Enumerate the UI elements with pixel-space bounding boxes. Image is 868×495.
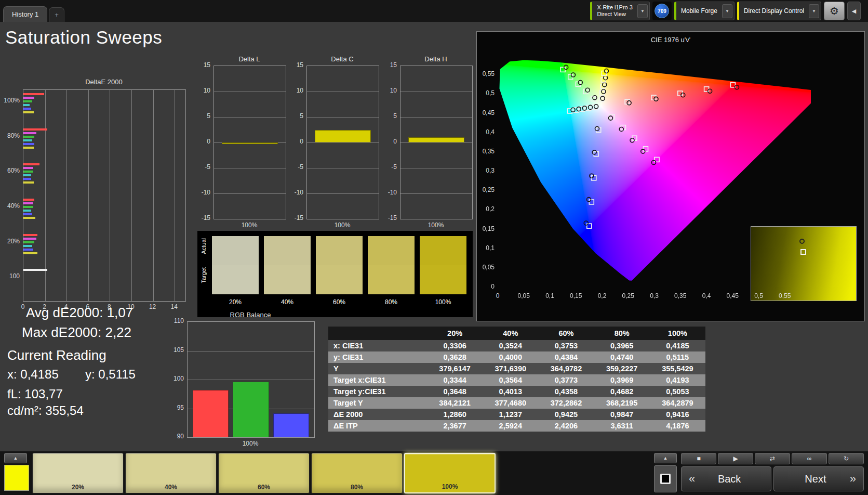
- level-button-20%[interactable]: 20%: [32, 453, 124, 493]
- bar: [23, 234, 37, 236]
- table-row: Y379,6147371,6390364,9782359,2227355,542…: [328, 363, 705, 374]
- level-button-100%[interactable]: 100%: [404, 453, 496, 493]
- y-tick-label: -15: [289, 214, 303, 222]
- y-tick-label: 15: [196, 61, 210, 69]
- display-control-dropdown[interactable]: Direct Display Control ▼: [737, 2, 821, 20]
- window-size-button[interactable]: [654, 465, 677, 492]
- table-cell: 0,4000: [483, 351, 538, 363]
- table-cell: 0,9425: [538, 409, 594, 420]
- y-tick-label: 0,05: [477, 264, 495, 271]
- bar: [23, 249, 33, 251]
- chevron-down-icon[interactable]: ▼: [809, 4, 819, 18]
- table-cell: 4,1876: [650, 420, 705, 432]
- measurement-table: 20%40%60%80%100% x: CIE310,33060,35240,3…: [328, 327, 705, 432]
- gridline: [88, 90, 89, 301]
- step-button[interactable]: ⇄: [755, 453, 790, 464]
- back-button[interactable]: « Back: [681, 466, 771, 491]
- meter-line2: Direct View: [597, 11, 632, 18]
- next-button[interactable]: Next »: [773, 466, 864, 491]
- y-tick-label: 100: [169, 375, 184, 382]
- bar: [23, 181, 34, 184]
- expand-left-panel-button[interactable]: ▲: [4, 453, 27, 463]
- table-cell: 0,4013: [483, 386, 538, 397]
- table-cell: 0,5115: [650, 351, 705, 363]
- bar: [23, 97, 34, 99]
- chevrons-right-icon: »: [850, 472, 856, 486]
- y-tick-label: 95: [169, 404, 184, 411]
- saturation-swatch: 60%: [316, 236, 363, 306]
- table-cell: 0,3753: [538, 340, 594, 351]
- play-button[interactable]: ▶: [718, 453, 753, 464]
- chart-title: RGB Balance: [187, 311, 314, 319]
- y-tick-label: 0,55: [477, 70, 495, 77]
- cie-zoom-inset: [751, 226, 857, 301]
- swatch-label: 80%: [368, 298, 415, 306]
- add-tab-button[interactable]: +: [49, 7, 64, 22]
- table-row-label: y: CIE31: [328, 351, 427, 363]
- chevron-down-icon[interactable]: ▼: [637, 4, 648, 18]
- bar: [23, 143, 34, 145]
- group-label: 20%: [3, 238, 20, 245]
- step-icon: ⇄: [770, 455, 775, 462]
- refresh-button[interactable]: ↻: [829, 453, 864, 464]
- display-control-label: Direct Display Control: [744, 7, 804, 15]
- avg-de2000-reading: Avg dE2000: 1,07: [26, 305, 133, 321]
- collapse-panel-button[interactable]: ◀: [847, 2, 861, 20]
- delta-c-chart: Delta C 100% 151050-5-10-15: [289, 54, 380, 231]
- swatch-row: 20%40%60%80%100%: [212, 236, 466, 306]
- colorspace-709-button[interactable]: 709: [652, 2, 672, 20]
- swatch-label: 40%: [264, 298, 311, 306]
- y-tick-label: 5: [196, 112, 210, 120]
- gridline: [153, 90, 154, 301]
- current-y-reading: y: 0,5115: [85, 367, 136, 382]
- bar: [23, 241, 34, 243]
- level-button-80%[interactable]: 80%: [311, 453, 403, 493]
- delta-h-chart: Delta H 100% 151050-5-10-15: [382, 54, 474, 231]
- stop-button[interactable]: ■: [681, 453, 716, 464]
- gridline: [66, 90, 67, 301]
- y-tick-label: 105: [169, 346, 184, 354]
- y-tick-label: -10: [289, 189, 303, 196]
- y-tick-label: 0,4: [477, 128, 495, 136]
- continuous-button[interactable]: ∞: [792, 453, 827, 464]
- table-cell: 0,3306: [427, 340, 483, 351]
- table-cell: 377,4680: [483, 397, 538, 409]
- current-x-reading: x: 0,4185: [7, 367, 59, 382]
- y-tick-label: 0,15: [477, 225, 495, 232]
- y-tick-label: 110: [169, 317, 184, 324]
- tab-history-1[interactable]: History 1: [3, 6, 47, 22]
- level-button-60%[interactable]: 60%: [218, 453, 310, 493]
- chart-title: Delta H: [400, 55, 472, 63]
- table-cell: 359,2227: [594, 363, 650, 374]
- y-tick-label: 15: [382, 61, 397, 69]
- table-cell: 0,3965: [594, 340, 650, 351]
- gridline: [307, 168, 379, 168]
- table-row: ΔE ITP2,36772,59242,42063,63114,1876: [328, 420, 705, 432]
- bar: [23, 199, 34, 201]
- table-header-cell: 20%: [427, 327, 483, 340]
- table-row-label: Target x:CIE31: [328, 374, 427, 386]
- x-tick-label: 0,3: [647, 292, 662, 299]
- y-tick-label: 0,2: [477, 205, 495, 213]
- table-cell: 364,9782: [538, 363, 594, 374]
- bar: [23, 269, 47, 271]
- level-button-40%[interactable]: 40%: [125, 453, 217, 493]
- target-swatch: [264, 265, 311, 294]
- current-cdm2-reading: cd/m²: 355,54: [7, 403, 84, 418]
- gridline: [214, 168, 286, 168]
- saturation-swatch: 100%: [420, 236, 466, 306]
- y-tick-label: 5: [382, 112, 397, 120]
- table-cell: 0,4358: [538, 386, 594, 397]
- table-cell: 0,4682: [594, 386, 650, 397]
- bar: [23, 245, 32, 247]
- expand-right-panel-button[interactable]: ▲: [654, 453, 677, 463]
- delta-l-plot-area: [213, 66, 286, 219]
- table-row: Target Y384,2121377,4680372,2862368,2195…: [328, 397, 705, 409]
- meter-dropdown[interactable]: X-Rite i1Pro 3 Direct View ▼: [590, 2, 649, 20]
- bar: [193, 390, 229, 437]
- gridline: [110, 90, 110, 301]
- table-body: x: CIE310,33060,35240,37530,39650,4185y:…: [328, 340, 705, 432]
- chevron-down-icon[interactable]: ▼: [722, 4, 732, 18]
- pattern-source-dropdown[interactable]: Mobile Forge ▼: [674, 2, 735, 20]
- settings-button[interactable]: ⚙: [824, 2, 845, 20]
